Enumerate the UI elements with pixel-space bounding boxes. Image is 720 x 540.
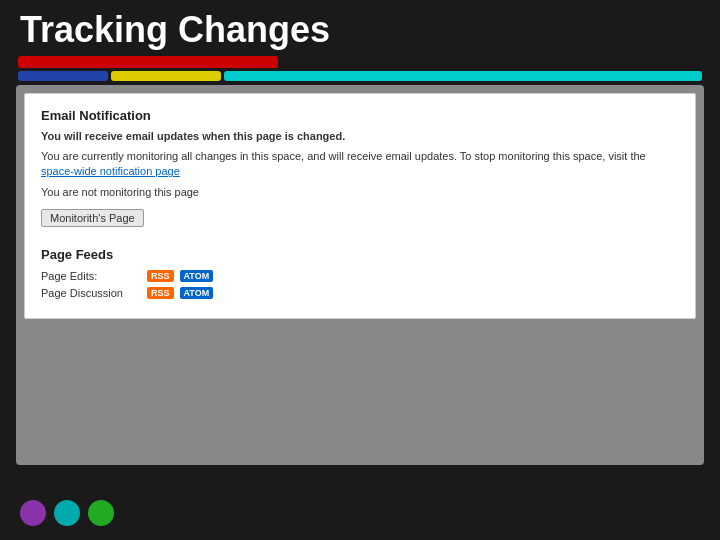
feed-row-1: Page Discussion RSS ATOM — [41, 287, 679, 299]
bar-row-1 — [18, 56, 702, 68]
bar-blue — [18, 71, 108, 81]
email-section: Email Notification You will receive emai… — [41, 108, 679, 228]
feeds-section-title: Page Feeds — [41, 247, 679, 262]
circle-purple — [20, 500, 46, 526]
feed-label-1: Page Discussion — [41, 287, 141, 299]
circle-teal — [54, 500, 80, 526]
title-area: Tracking Changes — [0, 0, 720, 56]
outer-container: Email Notification You will receive emai… — [16, 85, 704, 465]
circle-green — [88, 500, 114, 526]
rss-badge-0[interactable]: RSS — [147, 270, 174, 282]
atom-badge-0[interactable]: ATOM — [180, 270, 214, 282]
space-notification-link[interactable]: space-wide notification page — [41, 165, 180, 177]
email-line3: You are not monitoring this page — [41, 185, 679, 200]
bar-teal — [224, 71, 702, 81]
email-line1: You will receive email updates when this… — [41, 129, 679, 144]
bar-row-2 — [18, 71, 702, 81]
feed-row-0: Page Edits: RSS ATOM — [41, 270, 679, 282]
monitor-button[interactable]: Monitorith's Page — [41, 209, 144, 227]
page-title: Tracking Changes — [20, 10, 700, 50]
email-line2: You are currently monitoring all changes… — [41, 149, 679, 180]
feed-label-0: Page Edits: — [41, 270, 141, 282]
bar-yellow — [111, 71, 221, 81]
email-section-title: Email Notification — [41, 108, 679, 123]
bottom-circles — [20, 500, 114, 526]
bar-red — [18, 56, 278, 68]
feeds-section: Page Feeds Page Edits: RSS ATOM Page Dis… — [41, 247, 679, 299]
inner-panel: Email Notification You will receive emai… — [24, 93, 696, 320]
rss-badge-1[interactable]: RSS — [147, 287, 174, 299]
atom-badge-1[interactable]: ATOM — [180, 287, 214, 299]
color-bars — [0, 56, 720, 81]
